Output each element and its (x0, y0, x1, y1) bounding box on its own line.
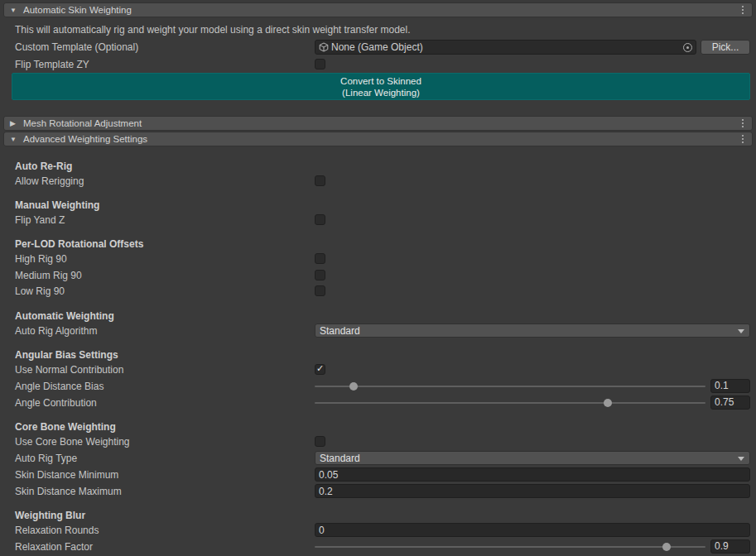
slider-track[interactable] (315, 402, 705, 404)
section-title-core-bone-weighting: Core Bone Weighting (15, 419, 116, 435)
auto-rig-type-label: Auto Rig Type (15, 450, 77, 467)
section-title-automatic-weighting: Automatic Weighting (15, 308, 114, 324)
angle-distance-bias-label: Angle Distance Bias (15, 378, 104, 395)
custom-template-label: Custom Template (Optional) (15, 39, 138, 55)
angle-contribution-value[interactable]: 0.75 (710, 395, 750, 410)
angle-contribution-label: Angle Contribution (15, 395, 97, 411)
slider-track[interactable] (315, 386, 705, 387)
auto-rig-algorithm-label: Auto Rig Algorithm (15, 323, 97, 339)
section-title-angular-bias: Angular Bias Settings (15, 347, 118, 363)
use-normal-contribution-checkbox[interactable]: ✓ (315, 364, 325, 375)
skin-distance-maximum-field[interactable] (315, 484, 750, 498)
advanced-foldout-title: Advanced Weighting Settings (23, 134, 147, 144)
convert-button-line1: Convert to Skinned (340, 75, 421, 87)
low-rig-90-checkbox[interactable]: ✓ (315, 285, 325, 296)
section-title-manual-weighting: Manual Weighting (15, 197, 99, 213)
slider-thumb[interactable] (604, 399, 612, 407)
object-picker-icon[interactable] (683, 43, 692, 52)
skin-distance-minimum-label: Skin Distance Minimum (15, 467, 118, 483)
foldout-expanded-triangle-icon: ▼ (10, 7, 18, 14)
angle-distance-bias-value[interactable]: 0.1 (710, 379, 750, 393)
relaxation-rounds-label: Relaxation Rounds (15, 522, 99, 539)
kebab-menu-icon[interactable] (739, 4, 747, 16)
high-rig-90-label: High Rig 90 (15, 251, 67, 267)
custom-template-object-field[interactable]: None (Game Object) (315, 40, 696, 55)
relaxation-factor-label: Relaxation Factor (15, 539, 93, 555)
kebab-menu-icon[interactable] (739, 117, 747, 129)
auto-rig-algorithm-dropdown[interactable]: Standard (315, 324, 750, 338)
allow-rerigging-checkbox[interactable]: ✓ (315, 175, 325, 186)
object-field-value: None (Game Object) (331, 41, 680, 53)
angle-contribution-slider[interactable] (315, 395, 705, 411)
low-rig-90-label: Low Rig 90 (15, 283, 65, 300)
pick-button[interactable]: Pick... (701, 40, 750, 55)
slider-thumb[interactable] (349, 382, 358, 391)
medium-rig-90-label: Medium Rig 90 (15, 267, 82, 284)
flip-template-zy-checkbox[interactable]: ✓ (315, 59, 325, 70)
use-core-bone-weighting-checkbox[interactable]: ✓ (315, 436, 325, 447)
description-text: This will automatically rig and weight y… (15, 23, 411, 36)
angle-distance-bias-slider[interactable] (315, 378, 705, 395)
foldout-collapsed-triangle-icon: ▶ (10, 119, 18, 127)
foldout-mesh-rotational-adjustment[interactable]: ▶ Mesh Rotational Adjustment (3, 116, 753, 131)
convert-button-line2: (Linear Weighting) (342, 87, 420, 98)
mesh-foldout-title: Mesh Rotational Adjustment (23, 118, 142, 128)
kebab-menu-icon[interactable] (739, 133, 747, 145)
slider-track[interactable] (315, 546, 705, 548)
relaxation-factor-slider[interactable] (315, 539, 705, 555)
skin-distance-minimum-field[interactable] (315, 467, 750, 482)
foldout-expanded-triangle-icon: ▼ (10, 136, 18, 143)
chevron-down-icon (738, 457, 744, 461)
convert-to-skinned-button[interactable]: Convert to Skinned (Linear Weighting) (12, 73, 750, 100)
high-rig-90-checkbox[interactable]: ✓ (315, 253, 325, 264)
relaxation-rounds-field[interactable] (315, 523, 750, 537)
allow-rerigging-label: Allow Rerigging (15, 173, 84, 189)
foldout-advanced-weighting-settings[interactable]: ▼ Advanced Weighting Settings (3, 132, 753, 146)
section-title-per-lod-offsets: Per-LOD Rotational Offsets (15, 236, 143, 252)
use-normal-contribution-label: Use Normal Contribution (15, 362, 123, 378)
skin-distance-maximum-label: Skin Distance Maximum (15, 483, 122, 500)
panel-title: Automatic Skin Weighting (23, 5, 132, 15)
slider-thumb[interactable] (662, 543, 671, 551)
flip-template-zy-label: Flip Template ZY (15, 56, 89, 73)
dropdown-selected-value: Standard (320, 325, 360, 337)
flip-y-and-z-checkbox[interactable]: ✓ (315, 214, 325, 225)
section-title-weighting-blur: Weighting Blur (15, 507, 85, 524)
dropdown-selected-value: Standard (320, 453, 360, 464)
chevron-down-icon (738, 329, 744, 333)
use-core-bone-weighting-label: Use Core Bone Weighting (15, 434, 130, 450)
section-title-auto-re-rig: Auto Re-Rig (15, 158, 72, 175)
game-object-cube-icon (319, 42, 329, 52)
auto-rig-type-dropdown[interactable]: Standard (315, 451, 750, 465)
foldout-automatic-skin-weighting[interactable]: ▼ Automatic Skin Weighting (3, 2, 753, 17)
relaxation-factor-value[interactable]: 0.9 (710, 539, 750, 554)
medium-rig-90-checkbox[interactable]: ✓ (315, 270, 325, 280)
flip-y-and-z-label: Flip Yand Z (15, 212, 65, 228)
skin-weighting-inspector-panel: ▼ Automatic Skin Weighting This will aut… (0, 0, 756, 556)
